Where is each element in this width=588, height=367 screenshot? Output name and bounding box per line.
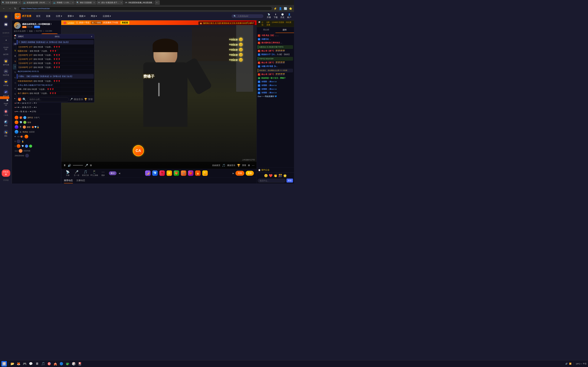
donation-item-3[interactable]: 🎖 醇醇 🎁💎🏅 (14, 125, 59, 129)
header-search[interactable]: 🔍 (232, 14, 263, 18)
gift-item-6[interactable]: 🎊 (181, 170, 187, 176)
tab-3-close[interactable]: ✕ (72, 2, 73, 4)
bottom-icon-fiveone[interactable]: 🎤 五·一仅 (73, 170, 80, 176)
star-icon[interactable]: ⭐ (289, 7, 292, 10)
new-tab-button[interactable]: + (155, 0, 160, 5)
gift-item-8[interactable]: 🔥 (195, 170, 201, 176)
left-ad-banner[interactable]: 血传说 (0, 96, 9, 99)
nav-events[interactable]: 赛事 ▾ (66, 14, 75, 18)
sidebar-item-cf[interactable]: 🤝 CF手游 (1, 78, 11, 88)
emoji-4[interactable]: 🎊 (278, 174, 282, 178)
free-watch-label[interactable]: 自由发言 (212, 164, 220, 167)
refresh-icon[interactable]: 🔄 (284, 7, 287, 10)
sidebar-icon-news[interactable]: 📰 (1, 21, 11, 28)
forward-button[interactable]: → (8, 7, 12, 10)
tab-4-close[interactable]: ✕ (93, 2, 95, 4)
sidebar-item-anime[interactable]: 🎯 二次元 (1, 108, 11, 117)
sidebar-item-qqcar[interactable]: QQ飞车 (1, 52, 11, 57)
nav-online-game[interactable]: 网游 ▾ (89, 14, 98, 18)
nav-home[interactable]: 首页 (35, 14, 42, 18)
panel-trophy-icon[interactable]: 荣誉 (88, 98, 93, 101)
tab-1[interactable]: 🔍 百度·百度搜索 ✕ (1, 0, 22, 5)
panel-gift-icon[interactable]: 🎁 (18, 98, 21, 101)
bottom-icon-more[interactable]: ⋯ 更多 (99, 170, 107, 176)
donation-item-7[interactable]: 1 💎 (14, 144, 59, 149)
donation-item-6[interactable]: 0 🏅 (14, 139, 59, 144)
tab-6-active[interactable]: 🎮 刘纪星星表直播_刘纪星直播... ✕ (124, 0, 154, 5)
more-icon[interactable]: ⋯ (252, 164, 255, 167)
header-history-btn[interactable]: 🕐 历史 (280, 13, 285, 19)
tab-5-close[interactable]: ✕ (121, 2, 122, 4)
tab-recommended[interactable]: 推荐动态 (64, 178, 73, 183)
sidebar-item-csgo[interactable]: CS:GO飞车 (1, 46, 11, 51)
bottom-icon-tools[interactable]: 🎵 音功工具 (82, 170, 89, 176)
honor-btn[interactable]: 🏆 (237, 164, 240, 167)
right-send-btn[interactable]: 发送 (286, 179, 293, 183)
nav-category[interactable]: 分类 ▾ (54, 14, 63, 18)
address-bar[interactable]: https://www.huya.com/musician (19, 7, 272, 10)
emoji-1[interactable]: 😊 (264, 174, 268, 178)
sidebar-item-prev[interactable]: ◀ (1, 38, 11, 42)
play-icon[interactable]: ⏸ (63, 164, 66, 167)
emoji-2[interactable]: ❤️ (269, 174, 273, 178)
donation-item-4[interactable]: ⚔ MuNui 仮面斩 (14, 129, 59, 134)
tab-streamer[interactable]: 主播动态 (76, 178, 85, 183)
logo[interactable]: 🐯 虎牙直播 (15, 13, 31, 19)
bottom-icon-broadcast[interactable]: 📡 开播 (64, 170, 71, 176)
tab-4[interactable]: 🔍 柳岩·百度搜索 ✕ (75, 0, 96, 5)
mic-btn[interactable]: 🎤 (85, 164, 88, 167)
chat-collapse-btn[interactable]: ▼ (91, 35, 93, 38)
chat-tab-superfan[interactable]: 超粉 (276, 27, 294, 33)
gift-next-icon[interactable]: ▶ (233, 172, 234, 175)
donation-item-1[interactable]: 🎁 深纤仪 扑鲁气 (14, 115, 59, 120)
panel-gift-btn[interactable]: 播放音乐 (74, 98, 83, 101)
bottom-icon-pc[interactable]: 📱 PC上演戏 (91, 170, 98, 176)
sidebar-icon-home[interactable]: 😊 (1, 13, 11, 20)
sidebar-item-cool[interactable]: 🌊 酷酷 (1, 118, 11, 128)
header-download-btn[interactable]: ⬇ 下载 (274, 13, 278, 19)
donation-item-5[interactable]: • −0−•🎁• (14, 134, 59, 139)
tab-2[interactable]: 📺 政策超低存量（SILVER LINK）ㄨ... ✕ (22, 0, 52, 5)
sidebar-item-chess[interactable]: 🎭 棋队 (1, 129, 11, 138)
gift-item-4[interactable]: ⭐ (166, 170, 172, 176)
header-stream-btn[interactable]: 📡 开播 (267, 13, 271, 19)
tab-1-close[interactable]: ✕ (19, 2, 20, 4)
settings-btn[interactable]: ⚙ (248, 164, 250, 167)
volume-bar[interactable] (73, 165, 83, 166)
sidebar-item-combined[interactable]: 🎮 综合手游 (1, 68, 11, 77)
sidebar-item-dread[interactable]: DreadHit (1, 102, 11, 107)
right-chat-input[interactable] (258, 179, 285, 183)
gift-item-1[interactable]: 🌙 (145, 170, 151, 176)
search-input[interactable] (238, 15, 261, 17)
panel-chat-input[interactable] (27, 97, 69, 101)
gift-item-5[interactable]: 🎁 (173, 170, 180, 176)
gift-selector-tab[interactable]: 魔玩! (109, 171, 117, 175)
panel-mic-icon[interactable]: 🎤 (70, 98, 73, 101)
live-button[interactable]: 开友主播 (2, 170, 10, 177)
nav-cloud-game[interactable]: 云游戏 ▾ (101, 14, 112, 18)
panel-honor-icon[interactable]: 🏆 (84, 98, 87, 101)
volume-icon[interactable]: 🔊 (68, 164, 71, 167)
gift-prev-icon[interactable]: ◀ (119, 172, 120, 175)
profile-icon[interactable]: 👤 (279, 7, 282, 10)
charge-button[interactable]: 充值 (235, 171, 244, 176)
donation-item-2[interactable]: 💎 珍珍 (14, 120, 59, 125)
emoji-3[interactable]: 👏 (274, 174, 277, 178)
vip-button[interactable]: 贵族 (246, 171, 254, 176)
emoji-5[interactable]: 🌟 (283, 174, 287, 178)
back-button[interactable]: ← (2, 7, 6, 10)
tab-2-close[interactable]: ✕ (49, 2, 50, 4)
gift-item-2[interactable]: 💎 (152, 170, 158, 176)
panel-search-icon[interactable]: 🔍 (22, 98, 26, 101)
sidebar-item-gold[interactable]: 👑 金铲之战 (1, 58, 11, 67)
category-item-games[interactable]: ♥ ≡ ♥ — 游 戏 大 厅 — ♥ ≡ (14, 106, 59, 109)
tab-3[interactable]: 📺 再嗨哦！| ロ补... ✕ (52, 0, 75, 5)
header-account-btn[interactable]: 👤 账户 (287, 13, 291, 19)
gift-item-9[interactable]: 🏆 (202, 170, 208, 176)
nav-live[interactable]: 直播 (44, 14, 52, 18)
gift-item-7[interactable]: 🍎 (188, 170, 194, 176)
gift-item-3[interactable]: 🌹 (159, 170, 165, 176)
music-btn[interactable]: 🎵 (222, 164, 225, 167)
extensions-icon[interactable]: ⚡ (274, 7, 277, 10)
donation-item-8[interactable]: 111 回回同团 (14, 149, 59, 153)
